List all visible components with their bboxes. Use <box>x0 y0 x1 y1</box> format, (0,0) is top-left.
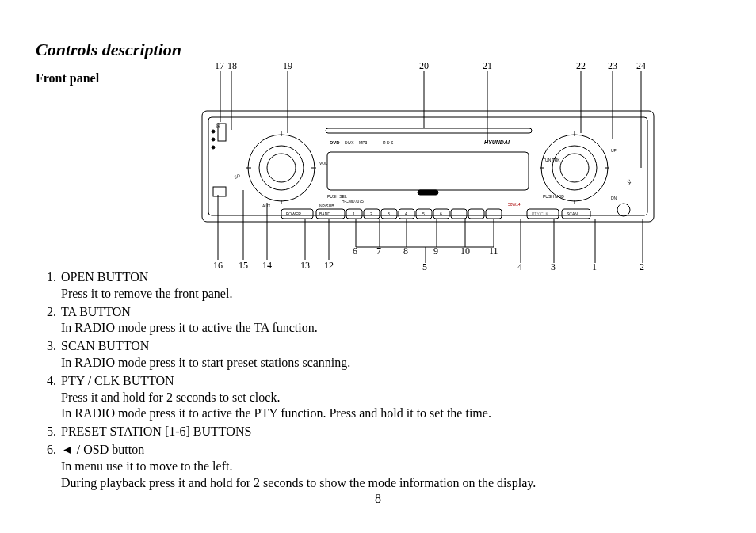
svg-text:2: 2 <box>370 211 372 216</box>
page-number: 8 <box>0 492 756 506</box>
svg-text:UP: UP <box>611 148 617 153</box>
controls-list-container: OPEN BUTTON Press it to remove the front… <box>36 269 725 493</box>
svg-point-7 <box>248 135 315 201</box>
svg-text:DN: DN <box>611 196 617 200</box>
svg-text:VOL: VOL <box>319 161 327 166</box>
svg-text:H-CMD7075: H-CMD7075 <box>342 199 364 204</box>
front-panel-diagram: DVD DIVX MP3 R·D·S HYUNDAI VOL PUSH SEL … <box>186 63 670 269</box>
svg-text:6: 6 <box>440 211 442 216</box>
callout-19: 19 <box>283 60 292 72</box>
svg-rect-6 <box>213 187 226 196</box>
diagram-svg: DVD DIVX MP3 R·D·S HYUNDAI VOL PUSH SEL … <box>186 63 670 269</box>
svg-point-2 <box>212 130 215 133</box>
svg-text:HYUNDAI: HYUNDAI <box>484 139 510 145</box>
svg-point-9 <box>267 154 296 182</box>
item-1-desc: Press it to remove the front panel. <box>61 286 725 303</box>
svg-text:POWER: POWER <box>286 211 301 216</box>
item-4-desc: Press it and hold for 2 seconds to set c… <box>61 390 725 423</box>
svg-point-15 <box>552 146 597 190</box>
item-4-title: PTY / CLK BUTTON <box>61 373 725 390</box>
svg-text:SCAN: SCAN <box>567 211 578 216</box>
callout-8: 8 <box>403 246 408 257</box>
callout-18: 18 <box>227 60 237 72</box>
svg-rect-32 <box>468 209 484 219</box>
svg-text:NP/SUB: NP/SUB <box>319 204 334 208</box>
svg-text:DIVX: DIVX <box>345 140 354 145</box>
svg-text:4: 4 <box>405 211 407 216</box>
svg-text:TUN TRK: TUN TRK <box>543 158 560 162</box>
svg-rect-33 <box>486 209 502 219</box>
svg-text:1: 1 <box>353 211 355 216</box>
svg-text:R·D·S: R·D·S <box>383 140 394 145</box>
item-5: PRESET STATION [1-6] BUTTONS <box>59 424 725 440</box>
page: Controls description Front panel <box>0 0 756 533</box>
svg-text:PUSH MOD: PUSH MOD <box>543 194 564 199</box>
item-3-title: SCAN BUTTON <box>61 338 725 355</box>
item-1: OPEN BUTTON Press it to remove the front… <box>59 269 725 303</box>
callout-6: 6 <box>353 246 357 257</box>
callout-9: 9 <box>433 246 438 257</box>
svg-text:TA: TA <box>626 179 633 186</box>
callout-24: 24 <box>636 60 646 72</box>
item-2: TA BUTTON In RADIO mode press it to acti… <box>59 304 725 337</box>
page-title: Controls description <box>36 40 720 60</box>
callout-23: 23 <box>608 60 617 72</box>
svg-rect-37 <box>418 190 438 195</box>
item-6-title: ◄ / OSD button <box>61 442 725 459</box>
svg-text:MP3: MP3 <box>359 140 368 145</box>
item-2-title: TA BUTTON <box>61 304 725 321</box>
callout-22: 22 <box>576 60 586 72</box>
svg-rect-31 <box>451 209 467 219</box>
svg-rect-22 <box>326 128 532 133</box>
item-1-title: OPEN BUTTON <box>61 269 725 286</box>
svg-point-8 <box>259 146 304 190</box>
svg-point-14 <box>541 135 608 201</box>
svg-text:50Wx4: 50Wx4 <box>508 202 521 207</box>
controls-list: OPEN BUTTON Press it to remove the front… <box>36 269 725 491</box>
item-2-desc: In RADIO mode press it to active the TA … <box>61 320 725 337</box>
svg-point-16 <box>560 154 589 182</box>
svg-text:3: 3 <box>388 211 390 216</box>
item-5-title: PRESET STATION [1-6] BUTTONS <box>61 424 725 440</box>
svg-point-3 <box>212 138 215 141</box>
callout-20: 20 <box>419 60 429 72</box>
svg-point-4 <box>212 146 215 149</box>
item-3: SCAN BUTTON In RADIO mode press it to st… <box>59 338 725 371</box>
item-6-desc: In menu use it to move to the left.Durin… <box>61 459 725 492</box>
item-6: ◄ / OSD button In menu use it to move to… <box>59 442 725 491</box>
svg-text:5: 5 <box>422 211 425 216</box>
callout-7: 7 <box>376 246 381 257</box>
item-4: PTY / CLK BUTTON Press it and hold for 2… <box>59 373 725 422</box>
svg-text:AUX: AUX <box>262 204 271 208</box>
svg-text:DVD: DVD <box>330 140 340 145</box>
svg-text:EQ: EQ <box>234 173 241 180</box>
item-3-desc: In RADIO mode press it to start preset s… <box>61 355 725 371</box>
svg-text:BAND: BAND <box>319 211 330 216</box>
svg-rect-21 <box>327 152 529 190</box>
svg-text:PTY/CLK: PTY/CLK <box>532 211 549 216</box>
callout-21: 21 <box>483 60 492 72</box>
callout-10: 10 <box>460 246 470 257</box>
svg-text:SD: SD <box>216 123 220 128</box>
callout-11: 11 <box>489 246 498 257</box>
svg-point-36 <box>617 204 630 216</box>
callout-17: 17 <box>215 60 224 72</box>
